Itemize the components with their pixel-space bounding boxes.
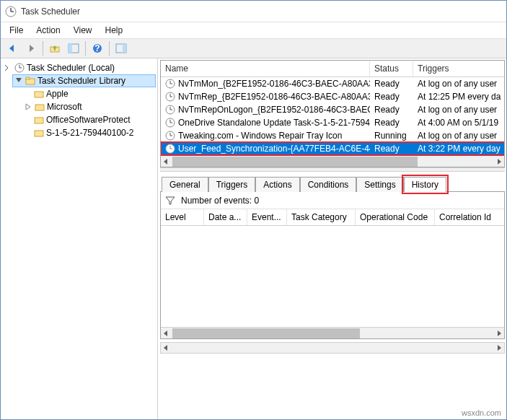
app-icon <box>5 6 17 17</box>
menu-view[interactable]: View <box>68 24 98 37</box>
svg-rect-14 <box>26 77 30 79</box>
svg-rect-9 <box>123 44 126 53</box>
tree-item-apple[interactable]: Apple <box>32 87 156 100</box>
tree-label: OfficeSoftwareProtect <box>46 115 131 125</box>
back-button[interactable] <box>4 40 21 57</box>
show-hide-actions-button[interactable] <box>113 40 130 57</box>
clock-icon <box>165 131 175 141</box>
hcol-date[interactable]: Date a... <box>204 209 247 225</box>
task-grid: Name Status Triggers NvTmMon_{B2FE1952-0… <box>160 60 505 167</box>
splitter[interactable] <box>160 167 505 172</box>
filter-icon[interactable] <box>165 196 175 206</box>
scroll-right-icon <box>494 157 504 167</box>
scroll-right-icon <box>494 328 504 338</box>
folder-icon <box>35 102 45 112</box>
clock-icon <box>165 118 175 128</box>
task-trigger: At 3:22 PM every day <box>413 144 505 154</box>
clock-icon <box>165 105 175 115</box>
events-count-label: Number of events: 0 <box>181 196 259 206</box>
tab-conditions[interactable]: Conditions <box>300 177 357 192</box>
task-status: Ready <box>370 92 413 102</box>
task-name: OneDrive Standalone Update Task-S-1-5-21… <box>178 118 370 128</box>
folder-icon <box>34 128 44 138</box>
show-hide-tree-button[interactable] <box>65 40 82 57</box>
menubar: File Action View Help <box>1 22 506 38</box>
task-trigger: At log on of any user <box>413 131 505 141</box>
task-name: NvTmMon_{B2FE1952-0186-46C3-BAEC-A80AA35… <box>178 79 370 89</box>
task-row[interactable]: Tweaking.com - Windows Repair Tray Icon … <box>161 129 505 142</box>
col-status[interactable]: Status <box>370 61 413 76</box>
expand-icon[interactable] <box>4 64 12 72</box>
tree-panel[interactable]: Task Scheduler (Local) Task Scheduler Li… <box>1 58 158 419</box>
task-row[interactable]: NvTmRep_{B2FE1952-0186-46C3-BAEC-A80AA35… <box>161 90 505 103</box>
hcol-level[interactable]: Level <box>161 209 204 225</box>
tree-label: Microsoft <box>47 102 82 112</box>
menu-help[interactable]: Help <box>100 24 129 37</box>
scrollbar-thumb[interactable] <box>172 328 360 338</box>
hcol-corr[interactable]: Correlation Id <box>435 209 500 225</box>
folder-icon <box>34 115 44 125</box>
scroll-left-icon <box>161 328 171 338</box>
history-toolbar: Number of events: 0 <box>161 192 504 209</box>
task-status: Ready <box>370 79 413 89</box>
tab-actions[interactable]: Actions <box>255 177 299 192</box>
hcol-opcode[interactable]: Operational Code <box>356 209 435 225</box>
svg-text:?: ? <box>94 43 100 53</box>
horizontal-scrollbar[interactable] <box>161 155 504 167</box>
tree-label: Apple <box>46 89 69 99</box>
folder-up-button[interactable] <box>46 40 63 57</box>
scrollbar-thumb[interactable] <box>172 157 418 167</box>
grid-body[interactable]: NvTmMon_{B2FE1952-0186-46C3-BAEC-A80AA35… <box>161 77 505 155</box>
tree-label: S-1-5-21-759440100-2 <box>46 128 133 138</box>
hcol-taskcat[interactable]: Task Category <box>287 209 356 225</box>
task-status: Ready <box>370 118 413 128</box>
task-row[interactable]: OneDrive Standalone Update Task-S-1-5-21… <box>161 116 505 129</box>
bottom-hscroll[interactable] <box>160 342 505 354</box>
history-columns: Level Date a... Event... Task Category O… <box>161 209 504 226</box>
task-row[interactable]: NvTmMon_{B2FE1952-0186-46C3-BAEC-A80AA35… <box>161 77 505 90</box>
menu-action[interactable]: Action <box>30 24 66 37</box>
history-hscroll[interactable] <box>161 327 504 338</box>
col-triggers[interactable]: Triggers <box>413 61 505 76</box>
svg-rect-18 <box>35 131 43 136</box>
svg-rect-5 <box>69 44 72 53</box>
separator <box>85 41 86 56</box>
task-name: NvTmRep_{B2FE1952-0186-46C3-BAEC-A80AA35… <box>178 92 370 102</box>
col-name[interactable]: Name <box>161 61 370 76</box>
help-button[interactable]: ? <box>89 40 106 57</box>
separator <box>109 41 110 56</box>
expand-icon[interactable] <box>24 102 32 111</box>
forward-button[interactable] <box>22 40 40 57</box>
scroll-right-icon <box>494 343 504 353</box>
task-name: NvTmRepOnLogon_{B2FE1952-0186-46C3-BAEC-… <box>178 105 370 115</box>
tree-item-office[interactable]: OfficeSoftwareProtect <box>32 113 156 126</box>
task-status: Ready <box>370 144 413 154</box>
scroll-left-icon <box>161 343 171 353</box>
detail-tabs: General Triggers Actions Conditions Sett… <box>162 177 505 192</box>
tab-general[interactable]: General <box>162 177 208 192</box>
grid-header: Name Status Triggers <box>161 61 505 77</box>
clock-icon <box>14 63 25 73</box>
tree-item-microsoft[interactable]: Microsoft <box>22 100 156 113</box>
menu-file[interactable]: File <box>4 24 29 37</box>
tree-library[interactable]: Task Scheduler Library <box>12 74 156 87</box>
svg-rect-16 <box>35 105 44 110</box>
hcol-event[interactable]: Event... <box>247 209 287 225</box>
clock-icon <box>165 79 175 89</box>
task-row[interactable]: NvTmRepOnLogon_{B2FE1952-0186-46C3-BAEC-… <box>161 103 505 116</box>
tree-item-sid[interactable]: S-1-5-21-759440100-2 <box>32 126 156 139</box>
task-trigger: At log on of any user <box>413 105 505 115</box>
tab-triggers[interactable]: Triggers <box>208 177 256 192</box>
window-title: Task Scheduler <box>21 6 80 17</box>
content-area: Task Scheduler (Local) Task Scheduler Li… <box>1 58 506 419</box>
tree-root[interactable]: Task Scheduler (Local) <box>2 61 156 74</box>
task-trigger: At 12:25 PM every da <box>413 92 505 102</box>
tab-history[interactable]: History <box>404 177 446 192</box>
collapse-icon[interactable] <box>14 76 23 85</box>
history-body[interactable] <box>161 226 504 327</box>
task-row-selected[interactable]: User_Feed_Synchronization-{AA77FEB4-AC6E… <box>161 142 505 155</box>
titlebar: Task Scheduler <box>1 1 506 22</box>
task-status: Ready <box>370 105 413 115</box>
tab-settings[interactable]: Settings <box>356 177 403 192</box>
svg-rect-15 <box>35 92 43 97</box>
